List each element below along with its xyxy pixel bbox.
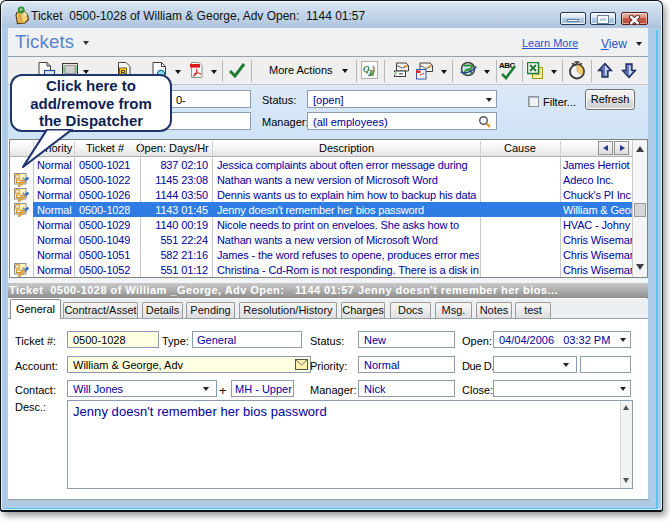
svg-text:B: B: [368, 69, 374, 78]
